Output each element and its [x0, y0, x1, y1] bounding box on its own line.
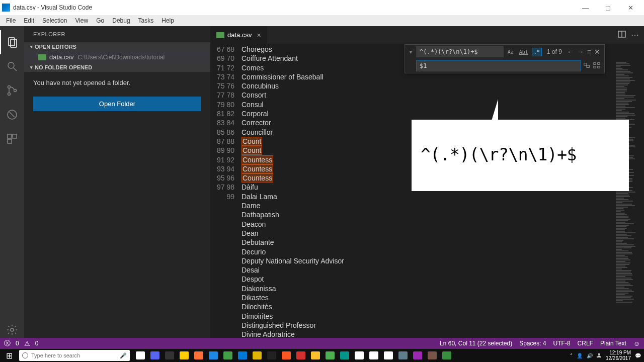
status-warnings-icon[interactable]: ⚠ — [24, 340, 30, 347]
open-editor-item[interactable]: data.csv C:\Users\Ciel\Downloads\tutoria… — [24, 51, 210, 63]
mic-icon[interactable]: 🎤 — [120, 352, 127, 359]
status-errors-icon[interactable]: ⓧ — [4, 339, 11, 348]
replace-input[interactable] — [416, 60, 581, 71]
close-find-icon[interactable]: ✕ — [594, 48, 600, 56]
status-warnings-count: 0 — [35, 340, 39, 347]
notifications-icon[interactable]: 💬 — [635, 353, 641, 358]
more-actions-icon[interactable]: ⋯ — [631, 30, 639, 40]
status-feedback-icon[interactable]: ☺ — [633, 340, 640, 347]
status-spaces[interactable]: Spaces: 4 — [519, 340, 546, 347]
close-tab-icon[interactable]: × — [257, 31, 261, 39]
taskbar-app-11[interactable] — [294, 349, 307, 362]
menu-debug[interactable]: Debug — [108, 17, 134, 24]
find-replace-widget: ▾ Aa Abl .* 1 of 9 ← → ≡ ✕ — [405, 44, 605, 73]
taskbar-app-14[interactable] — [338, 349, 351, 362]
status-selection[interactable]: Ln 60, Col 11 (22 selected) — [440, 340, 512, 347]
taskbar-app-18[interactable] — [396, 349, 410, 362]
tray-people-icon[interactable]: 👤 — [577, 353, 583, 358]
taskbar-app-16[interactable] — [367, 349, 380, 362]
extensions-icon[interactable] — [0, 127, 24, 151]
menu-file[interactable]: File — [2, 17, 20, 24]
window-title: data.csv - Visual Studio Code — [13, 4, 574, 11]
start-button[interactable]: ⊞ — [0, 349, 18, 362]
taskbar-app-19[interactable] — [411, 349, 424, 362]
menu-selection[interactable]: Selection — [38, 17, 71, 24]
taskbar-app-6[interactable] — [221, 349, 234, 362]
tray-volume-icon[interactable]: 🔊 — [587, 353, 593, 358]
svg-point-6 — [14, 89, 17, 92]
find-next-icon[interactable]: → — [577, 48, 584, 56]
taskbar-app-5[interactable] — [207, 349, 220, 362]
minimap[interactable] — [614, 61, 644, 342]
match-case-toggle[interactable]: Aa — [506, 48, 516, 56]
open-folder-button[interactable]: Open Folder — [33, 97, 201, 111]
csv-file-icon — [38, 54, 46, 60]
taskbar-app-13[interactable] — [324, 349, 337, 362]
no-folder-header[interactable]: ▾NO FOLDER OPENED — [24, 63, 210, 72]
taskbar-app-3[interactable] — [178, 349, 191, 362]
status-bar: ⓧ0 ⚠0 Ln 60, Col 11 (22 selected) Spaces… — [0, 338, 644, 349]
status-language[interactable]: Plain Text — [600, 340, 626, 347]
svg-line-3 — [14, 68, 17, 71]
line-number-gutter: 67 68 69 70 71 72 73 74 75 76 77 78 79 8… — [210, 44, 242, 342]
split-editor-icon[interactable] — [618, 30, 626, 40]
maximize-button[interactable]: ◻ — [597, 0, 619, 15]
taskbar-app-7[interactable] — [236, 349, 249, 362]
menu-tasks[interactable]: Tasks — [134, 17, 158, 24]
editor-tabs: data.csv × ⋯ — [210, 26, 644, 44]
code-area[interactable]: 67 68 69 70 71 72 73 74 75 76 77 78 79 8… — [210, 44, 644, 342]
svg-rect-9 — [8, 134, 12, 138]
replace-one-icon[interactable] — [583, 62, 590, 70]
taskbar-app-0[interactable] — [134, 349, 147, 362]
regex-toggle[interactable]: .* — [532, 48, 542, 56]
svg-rect-20 — [598, 66, 600, 68]
svg-point-4 — [8, 86, 11, 88]
status-eol[interactable]: CRLF — [578, 340, 593, 347]
explorer-sidebar: EXPLORER ▾OPEN EDITORS data.csv C:\Users… — [24, 26, 210, 342]
scm-icon[interactable] — [0, 78, 24, 103]
taskbar-app-2[interactable] — [163, 349, 176, 362]
explorer-icon[interactable] — [0, 30, 24, 54]
svg-point-2 — [8, 62, 14, 68]
menu-edit[interactable]: Edit — [20, 17, 38, 24]
search-icon[interactable] — [0, 54, 24, 78]
taskbar-search[interactable]: Type here to search 🎤 — [19, 350, 130, 361]
debug-icon[interactable] — [0, 103, 24, 127]
minimize-button[interactable]: — — [574, 0, 597, 15]
tray-chevron-icon[interactable]: ˄ — [570, 353, 573, 358]
open-editor-filename: data.csv — [49, 53, 73, 61]
svg-rect-17 — [594, 62, 596, 64]
whole-word-toggle[interactable]: Abl — [517, 48, 530, 56]
taskbar-clock[interactable]: 12:19 PM 12/26/2017 — [606, 350, 631, 361]
cortana-icon — [22, 352, 28, 358]
status-encoding[interactable]: UTF-8 — [553, 340, 571, 347]
menu-help[interactable]: Help — [157, 17, 178, 24]
close-button[interactable]: ✕ — [619, 0, 642, 15]
taskbar-app-10[interactable] — [280, 349, 293, 362]
svg-line-8 — [10, 112, 15, 117]
find-prev-icon[interactable]: ← — [567, 48, 574, 56]
taskbar-app-1[interactable] — [148, 349, 162, 362]
tray-network-icon[interactable]: 🖧 — [597, 353, 602, 358]
open-editor-path: C:\Users\Ciel\Downloads\tutorial — [77, 54, 165, 61]
replace-all-icon[interactable] — [593, 62, 600, 70]
menu-view[interactable]: View — [71, 17, 92, 24]
taskbar-app-17[interactable] — [382, 349, 395, 362]
no-folder-text: You have not yet opened a folder. — [24, 72, 210, 94]
find-input[interactable] — [416, 46, 504, 57]
svg-point-5 — [8, 93, 11, 96]
code-content[interactable]: Choregos Coiffure Attendant Comes Commis… — [242, 44, 644, 342]
taskbar-app-4[interactable] — [192, 349, 205, 362]
find-toggle-replace-icon[interactable]: ▾ — [407, 49, 414, 55]
system-tray[interactable]: ˄ 👤 🔊 🖧 12:19 PM 12/26/2017 💬 — [570, 350, 644, 361]
taskbar-app-21[interactable] — [440, 349, 453, 362]
taskbar-app-8[interactable] — [251, 349, 264, 362]
open-editors-header[interactable]: ▾OPEN EDITORS — [24, 42, 210, 51]
tab-data-csv[interactable]: data.csv × — [210, 26, 267, 44]
menu-go[interactable]: Go — [92, 17, 108, 24]
find-in-selection-icon[interactable]: ≡ — [587, 48, 591, 56]
taskbar-app-20[interactable] — [426, 349, 439, 362]
taskbar-app-9[interactable] — [265, 349, 278, 362]
taskbar-app-12[interactable] — [309, 349, 322, 362]
taskbar-app-15[interactable] — [353, 349, 366, 362]
